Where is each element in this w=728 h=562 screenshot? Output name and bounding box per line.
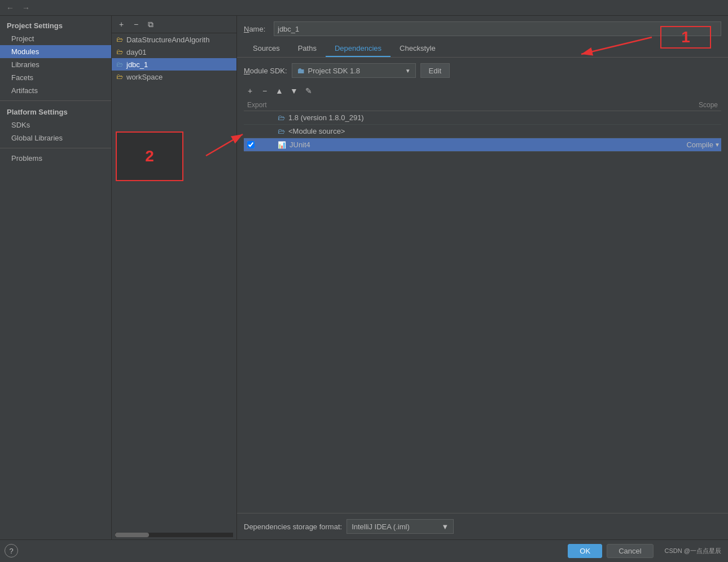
- add-module-button[interactable]: +: [115, 18, 128, 30]
- module-item-jdbc1[interactable]: 🗁 jdbc_1: [112, 58, 236, 71]
- module-item-label: DataStructureAndAlgorith: [126, 36, 209, 44]
- sidebar-divider: [0, 100, 111, 101]
- dep-name-module-source: 🗁 <Module source>: [278, 127, 670, 135]
- top-bar: ← →: [0, 0, 728, 16]
- scope-value-junit4: Compile: [686, 140, 713, 149]
- cancel-button[interactable]: Cancel: [607, 544, 653, 558]
- edit-button[interactable]: Edit: [420, 63, 450, 78]
- storage-row: Dependencies storage format: IntelliJ ID…: [237, 513, 728, 539]
- annotation-box-1: 1: [660, 26, 711, 49]
- dep-header-scope: Scope: [670, 101, 721, 109]
- left-sidebar: Project Settings Project Modules Librari…: [0, 16, 112, 539]
- storage-dropdown-arrow-icon: ▼: [441, 523, 449, 531]
- tab-checkstyle[interactable]: Checkstyle: [391, 41, 445, 57]
- platform-settings-title: Platform Settings: [0, 104, 111, 118]
- add-dep-button[interactable]: +: [244, 85, 256, 97]
- horizontal-scrollbar[interactable]: [115, 533, 233, 537]
- module-item-label: jdbc_1: [126, 60, 148, 69]
- module-item-label: workSpace: [126, 73, 163, 81]
- dep-table-header: Export Scope: [244, 99, 721, 111]
- dep-scope-junit4[interactable]: Compile ▼: [670, 140, 721, 149]
- sdk-label: Module SDK:: [244, 67, 287, 75]
- dep-row-module-source[interactable]: 🗁 <Module source>: [244, 125, 721, 138]
- move-up-dep-button[interactable]: ▲: [273, 85, 286, 97]
- storage-dropdown[interactable]: IntelliJ IDEA (.iml) ▼: [347, 519, 454, 534]
- dep-row-junit4[interactable]: 📊 JUnit4 Compile ▼: [244, 138, 721, 152]
- sdk-value: Project SDK 1.8: [308, 67, 361, 75]
- edit-dep-button[interactable]: ✎: [302, 85, 315, 97]
- bottom-bar: OK Cancel CSDN @一点点星辰: [0, 539, 728, 562]
- dep-toolbar: + − ▲ ▼ ✎: [237, 82, 728, 99]
- sdk-row: Module SDK: 🖿 Project SDK 1.8 ▼ Edit: [237, 58, 728, 82]
- module-panel: + − ⧉ 🗁 DataStructureAndAlgorith 🗁 day01…: [112, 16, 237, 539]
- sidebar-item-sdks[interactable]: SDKs: [0, 118, 111, 131]
- sidebar-item-problems[interactable]: Problems: [0, 152, 111, 165]
- tab-sources[interactable]: Sources: [244, 41, 289, 57]
- watermark: CSDN @一点点星辰: [665, 547, 721, 555]
- module-list: 🗁 DataStructureAndAlgorith 🗁 day01 🗁 jdb…: [112, 33, 236, 530]
- right-panel: Name: Sources Paths Dependencies Checkst…: [237, 16, 728, 539]
- dep-header-export: Export: [244, 101, 278, 109]
- scope-dropdown-arrow-icon[interactable]: ▼: [714, 142, 720, 148]
- sidebar-divider-2: [0, 148, 111, 148]
- scrollbar-thumb: [115, 533, 149, 537]
- junit-icon: 📊: [278, 141, 286, 149]
- folder-yellow-icon: 🗁: [115, 35, 124, 44]
- folder-yellow-icon: 🗁: [115, 72, 124, 81]
- remove-dep-button[interactable]: −: [258, 85, 271, 97]
- dep-label-junit4: JUnit4: [290, 140, 310, 149]
- tab-paths[interactable]: Paths: [289, 41, 326, 57]
- sidebar-item-global-libraries[interactable]: Global Libraries: [0, 131, 111, 144]
- copy-module-button[interactable]: ⧉: [144, 18, 157, 30]
- dep-row-sdk18[interactable]: 🗁 1.8 (version 1.8.0_291): [244, 111, 721, 125]
- folder-icon: 🗁: [278, 127, 285, 135]
- sdk-folder-icon: 🗁: [278, 113, 285, 122]
- name-label: Name:: [244, 25, 269, 33]
- dep-checkbox-junit4[interactable]: [244, 141, 278, 148]
- sidebar-item-modules[interactable]: Modules: [0, 45, 111, 58]
- dep-label-module-source: <Module source>: [288, 127, 345, 135]
- storage-label: Dependencies storage format:: [244, 523, 342, 531]
- project-settings-title: Project Settings: [0, 18, 111, 32]
- module-item-label: day01: [126, 48, 146, 56]
- folder-yellow-icon: 🗁: [115, 47, 124, 56]
- folder-blue-icon: 🗁: [115, 60, 124, 69]
- forward-button[interactable]: →: [20, 2, 32, 14]
- dep-label-sdk18: 1.8 (version 1.8.0_291): [288, 113, 364, 122]
- module-item-workspace[interactable]: 🗁 workSpace: [112, 71, 236, 83]
- dep-name-junit4: 📊 JUnit4: [278, 140, 670, 149]
- dep-name-sdk18: 🗁 1.8 (version 1.8.0_291): [278, 113, 670, 122]
- move-down-dep-button[interactable]: ▼: [288, 85, 300, 97]
- module-item-datastructure[interactable]: 🗁 DataStructureAndAlgorith: [112, 33, 236, 46]
- sidebar-item-project[interactable]: Project: [0, 32, 111, 45]
- sdk-folder-icon: 🖿: [297, 66, 305, 75]
- sidebar-item-libraries[interactable]: Libraries: [0, 58, 111, 71]
- name-input[interactable]: [274, 21, 721, 36]
- storage-value: IntelliJ IDEA (.iml): [352, 523, 410, 531]
- tabs-row: Sources Paths Dependencies Checkstyle: [237, 41, 728, 58]
- ok-button[interactable]: OK: [568, 544, 602, 558]
- tab-dependencies[interactable]: Dependencies: [326, 41, 391, 57]
- sidebar-item-artifacts[interactable]: Artifacts: [0, 84, 111, 97]
- module-item-day01[interactable]: 🗁 day01: [112, 46, 236, 58]
- remove-module-button[interactable]: −: [130, 18, 142, 30]
- dep-table: Export Scope 🗁 1.8 (version 1.8.0_291) 🗁…: [244, 99, 721, 513]
- name-row: Name:: [237, 16, 728, 41]
- sidebar-item-facets[interactable]: Facets: [0, 71, 111, 84]
- junit4-checkbox[interactable]: [247, 141, 255, 148]
- sdk-dropdown-arrow-icon: ▼: [405, 68, 411, 74]
- sdk-dropdown[interactable]: 🖿 Project SDK 1.8 ▼: [292, 63, 416, 78]
- back-button[interactable]: ←: [5, 2, 16, 14]
- annotation-box-2: 2: [116, 131, 183, 181]
- module-toolbar: + − ⧉: [112, 16, 236, 33]
- help-button[interactable]: ?: [5, 544, 18, 557]
